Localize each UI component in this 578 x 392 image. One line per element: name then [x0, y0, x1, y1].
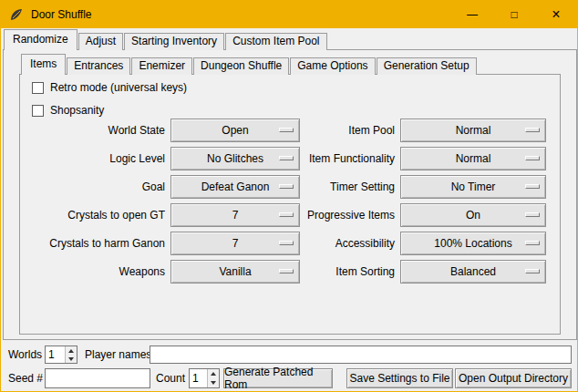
dropdown-indicator-icon	[525, 128, 540, 132]
tab-game-options[interactable]: Game Options	[290, 57, 375, 75]
app-icon	[9, 7, 24, 22]
dropdown-indicator-icon	[525, 241, 540, 245]
tab-entrances[interactable]: Entrances	[67, 57, 130, 75]
tab-generation-setup[interactable]: Generation Setup	[377, 57, 477, 75]
tab-adjust[interactable]: Adjust	[78, 33, 123, 50]
dropdown-value: Open	[222, 124, 248, 137]
crystals-gt-label: Crystals to open GT	[28, 203, 165, 227]
dropdown-value: Normal	[456, 124, 491, 137]
player-names-input[interactable]	[150, 346, 572, 364]
spinbox-value[interactable]: 1	[46, 346, 65, 363]
item-pool-dropdown[interactable]: Normal	[400, 119, 546, 142]
tab-dungeon-shuffle[interactable]: Dungeon Shuffle	[193, 57, 289, 75]
close-button[interactable]: ×	[535, 1, 577, 28]
outer-tab-bar: Randomize Adjust Starting Inventory Cust…	[4, 29, 328, 50]
spin-down-button[interactable]	[66, 355, 77, 363]
progressive-items-dropdown[interactable]: On	[400, 203, 546, 227]
dropdown-indicator-icon	[525, 156, 540, 160]
spinbox-buttons	[65, 346, 77, 363]
minimize-button[interactable]: —	[451, 1, 493, 28]
shopsanity-checkbox[interactable]: Shopsanity	[32, 104, 104, 117]
titlebar: Door Shuffle — □ ×	[1, 1, 577, 28]
window-title: Door Shuffle	[31, 8, 92, 21]
minimize-icon: —	[467, 8, 478, 21]
maximize-icon: □	[511, 8, 517, 21]
worlds-spinbox[interactable]: 1	[45, 346, 77, 364]
spin-up-button[interactable]	[208, 369, 219, 378]
world-state-label: World State	[28, 119, 165, 142]
save-settings-button[interactable]: Save Settings to File	[346, 368, 453, 388]
item-functionality-dropdown[interactable]: Normal	[400, 147, 546, 170]
dropdown-value: Vanilla	[219, 265, 251, 278]
close-icon: ×	[552, 6, 560, 23]
item-sorting-label: Item Sorting	[274, 260, 395, 284]
dropdown-value: 7	[232, 237, 239, 250]
dropdown-indicator-icon	[525, 184, 540, 189]
checkbox-label: Shopsanity	[50, 104, 104, 117]
dropdown-indicator-icon	[525, 269, 540, 273]
tab-enemizer[interactable]: Enemizer	[131, 57, 192, 75]
window-controls: — □ ×	[451, 1, 577, 28]
spin-down-icon	[68, 357, 74, 361]
worlds-label: Worlds	[8, 346, 42, 364]
inner-tab-bar: Items Entrances Enemizer Dungeon Shuffle…	[21, 54, 478, 75]
dropdown-value: Normal	[456, 152, 491, 165]
open-output-directory-button[interactable]: Open Output Directory	[455, 368, 572, 388]
logic-level-label: Logic Level	[28, 147, 165, 170]
count-spinbox[interactable]: 1	[189, 368, 220, 388]
weapons-label: Weapons	[28, 260, 165, 284]
count-label: Count	[156, 368, 185, 388]
dropdown-value: On	[466, 209, 480, 222]
spinbox-buttons	[207, 369, 219, 387]
spin-down-button[interactable]	[208, 378, 219, 387]
item-functionality-label: Item Functionality	[274, 147, 395, 170]
spin-down-icon	[211, 381, 216, 385]
maximize-button[interactable]: □	[493, 1, 535, 28]
tab-items[interactable]: Items	[21, 54, 66, 75]
generate-patched-rom-button[interactable]: Generate Patched Rom	[223, 368, 333, 388]
player-names-label: Player names	[85, 346, 151, 364]
tab-starting-inventory[interactable]: Starting Inventory	[124, 33, 224, 50]
crystals-ganon-label: Crystals to harm Ganon	[28, 232, 165, 255]
checkbox-box[interactable]	[32, 105, 44, 117]
accessibility-label: Accessibility	[274, 232, 395, 255]
goal-label: Goal	[28, 175, 165, 199]
seed-input[interactable]	[45, 368, 150, 388]
accessibility-dropdown[interactable]: 100% Locations	[400, 232, 546, 255]
dropdown-value: No Glitches	[207, 152, 263, 165]
timer-setting-label: Timer Setting	[274, 175, 395, 199]
dropdown-value: 100% Locations	[434, 237, 511, 250]
dropdown-value: Defeat Ganon	[201, 181, 270, 193]
tab-custom-item-pool[interactable]: Custom Item Pool	[225, 33, 326, 50]
timer-setting-dropdown[interactable]: No Timer	[400, 175, 546, 199]
spin-up-icon	[211, 372, 216, 376]
spinbox-value[interactable]: 1	[190, 369, 207, 387]
checkbox-box[interactable]	[32, 82, 44, 94]
dropdown-value: 7	[232, 209, 239, 222]
seed-label: Seed #	[8, 368, 43, 388]
checkbox-label: Retro mode (universal keys)	[50, 81, 187, 94]
progressive-items-label: Progressive Items	[274, 203, 395, 227]
window: Door Shuffle — □ × Randomize Adjust Star…	[0, 0, 578, 392]
spin-up-icon	[68, 349, 74, 353]
tab-randomize[interactable]: Randomize	[4, 29, 77, 50]
retro-mode-checkbox[interactable]: Retro mode (universal keys)	[32, 81, 187, 94]
dropdown-indicator-icon	[525, 212, 540, 217]
dropdown-value: No Timer	[451, 181, 496, 193]
dropdown-value: Balanced	[450, 265, 496, 278]
item-pool-label: Item Pool	[274, 119, 395, 142]
spin-up-button[interactable]	[66, 346, 77, 355]
item-sorting-dropdown[interactable]: Balanced	[400, 260, 546, 284]
